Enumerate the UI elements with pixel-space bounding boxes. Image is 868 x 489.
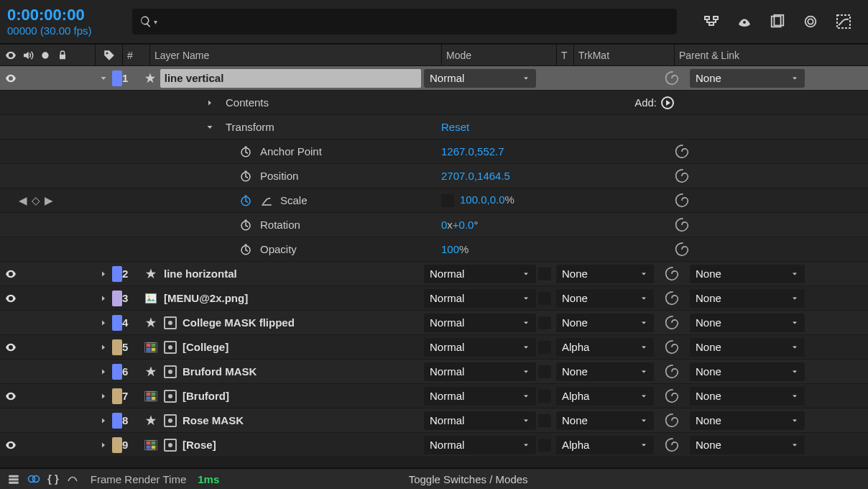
twirl-toggle[interactable]: [201, 99, 218, 107]
layer-name-cell[interactable]: [Rose]: [144, 438, 421, 452]
lock-toggle[interactable]: [55, 388, 70, 404]
pickwhip-icon[interactable]: [654, 71, 690, 86]
label-swatch[interactable]: [112, 315, 122, 331]
preserve-transparency[interactable]: [538, 268, 551, 280]
expression-pickwhip-icon[interactable]: [664, 169, 700, 183]
layer-name-cell[interactable]: line vertical: [144, 69, 421, 88]
comp-flowchart-icon[interactable]: [701, 12, 721, 32]
layer-row[interactable]: 4 College MASK flipped Normal None None: [0, 311, 868, 335]
audio-toggle[interactable]: [20, 266, 36, 282]
parent-dropdown[interactable]: None: [690, 289, 805, 308]
parent-dropdown[interactable]: None: [690, 436, 805, 454]
property-value[interactable]: 100.0,0.0%: [441, 193, 664, 207]
shy-icon[interactable]: [734, 12, 754, 32]
preserve-transparency[interactable]: [538, 292, 551, 305]
visibility-toggle[interactable]: [3, 70, 19, 86]
visibility-toggle[interactable]: [3, 315, 19, 331]
comp-mini-icon[interactable]: [27, 472, 40, 485]
layer-row[interactable]: 2 line horizontal Normal None None: [0, 262, 868, 286]
parent-dropdown[interactable]: None: [690, 265, 805, 283]
solo-toggle[interactable]: [37, 437, 53, 453]
pickwhip-icon[interactable]: [654, 316, 690, 330]
mode-dropdown[interactable]: Normal: [424, 387, 536, 406]
mode-dropdown[interactable]: Normal: [424, 289, 536, 308]
expression-pickwhip-icon[interactable]: [664, 242, 700, 257]
pickwhip-icon[interactable]: [654, 340, 690, 355]
parent-dropdown[interactable]: None: [690, 411, 805, 430]
layer-row[interactable]: 6 Bruford MASK Normal None None: [0, 360, 868, 384]
visibility-toggle[interactable]: [3, 364, 19, 380]
twirl-toggle[interactable]: [95, 367, 112, 376]
twirl-toggle[interactable]: [201, 123, 218, 132]
label-swatch[interactable]: [112, 364, 122, 380]
solo-toggle[interactable]: [37, 70, 53, 86]
preserve-transparency[interactable]: [538, 439, 551, 452]
twirl-toggle[interactable]: [95, 74, 112, 83]
expression-pickwhip-icon[interactable]: [664, 218, 700, 232]
layer-name-cell[interactable]: [College]: [144, 340, 421, 355]
label-swatch[interactable]: [112, 70, 122, 86]
lock-toggle[interactable]: [55, 339, 70, 355]
audio-toggle[interactable]: [20, 437, 36, 453]
layer-row[interactable]: 7 [Bruford] Normal Alpha None: [0, 384, 868, 408]
search-field[interactable]: ▾: [132, 9, 677, 35]
parent-dropdown[interactable]: None: [690, 387, 805, 406]
audio-toggle[interactable]: [20, 291, 36, 306]
reset-button[interactable]: Reset: [441, 121, 469, 133]
layer-name-cell[interactable]: Rose MASK: [144, 413, 421, 428]
visibility-toggle[interactable]: [3, 266, 19, 282]
trkmat-dropdown[interactable]: None: [556, 265, 654, 283]
audio-toggle[interactable]: [20, 315, 36, 331]
constrain-icon[interactable]: [260, 194, 273, 207]
next-key-icon[interactable]: ▶: [45, 194, 53, 207]
layer-row[interactable]: 3 [MENU@2x.png] Normal None None: [0, 286, 868, 311]
mode-dropdown[interactable]: Normal: [424, 314, 536, 332]
parent-dropdown[interactable]: None: [690, 338, 805, 357]
lock-toggle[interactable]: [55, 266, 70, 282]
lock-header-icon[interactable]: [56, 49, 69, 62]
trkmat-dropdown[interactable]: Alpha: [556, 436, 654, 454]
label-swatch[interactable]: [112, 291, 122, 306]
layer-name-cell[interactable]: [MENU@2x.png]: [144, 291, 421, 306]
layer-name-cell[interactable]: line horizontal: [144, 267, 421, 281]
twirl-toggle[interactable]: [95, 319, 112, 327]
label-swatch[interactable]: [112, 339, 122, 355]
visibility-toggle[interactable]: [3, 437, 19, 453]
preserve-transparency[interactable]: [538, 365, 551, 378]
solo-toggle[interactable]: [37, 315, 53, 331]
visibility-toggle[interactable]: [3, 413, 19, 429]
label-column[interactable]: [95, 45, 122, 65]
braces-icon[interactable]: { }: [47, 472, 59, 485]
layer-name-cell[interactable]: [Bruford]: [144, 389, 421, 403]
pickwhip-icon[interactable]: [654, 413, 690, 428]
audio-toggle[interactable]: [20, 413, 36, 429]
lock-toggle[interactable]: [55, 413, 70, 429]
label-swatch[interactable]: [112, 266, 122, 282]
lock-toggle[interactable]: [55, 364, 70, 380]
visibility-toggle[interactable]: [3, 291, 19, 306]
motion-blur-icon[interactable]: [800, 12, 821, 32]
keyframe-nav[interactable]: ◀◇▶: [0, 194, 72, 207]
trkmat-dropdown[interactable]: Alpha: [556, 338, 654, 357]
visibility-toggle[interactable]: [3, 339, 19, 355]
timecode-block[interactable]: 0:00:00:00 00000 (30.00 fps): [7, 6, 122, 36]
render-queue-icon[interactable]: [7, 472, 20, 485]
mode-dropdown[interactable]: Normal: [424, 362, 536, 381]
label-swatch[interactable]: [112, 388, 122, 404]
constrain-checkbox[interactable]: [441, 194, 454, 207]
mode-dropdown[interactable]: Normal: [424, 338, 536, 357]
audio-toggle[interactable]: [20, 364, 36, 380]
lock-toggle[interactable]: [55, 315, 70, 331]
solo-toggle[interactable]: [37, 339, 53, 355]
add-button[interactable]: Add:: [634, 96, 674, 109]
audio-toggle[interactable]: [20, 388, 36, 404]
stopwatch-icon[interactable]: [239, 218, 253, 232]
timecode[interactable]: 0:00:00:00: [7, 6, 122, 24]
preserve-transparency[interactable]: [538, 414, 551, 427]
transform-row[interactable]: Transform Reset: [0, 115, 868, 140]
twirl-toggle[interactable]: [95, 270, 112, 278]
solo-toggle[interactable]: [37, 266, 53, 282]
layer-name-cell[interactable]: Bruford MASK: [144, 365, 421, 379]
preserve-transparency[interactable]: [538, 316, 551, 329]
pickwhip-icon[interactable]: [654, 267, 690, 281]
